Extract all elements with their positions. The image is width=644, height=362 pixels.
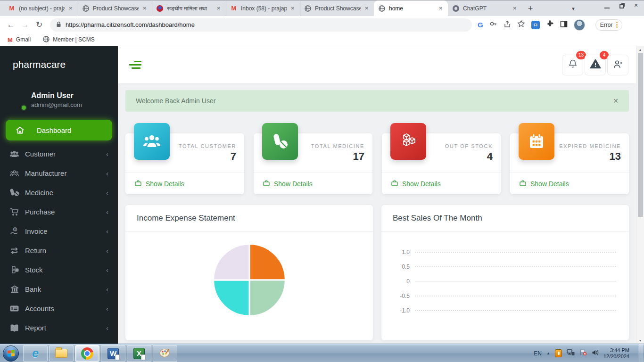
hamburger-menu-icon[interactable] [126,58,144,72]
sidebar-item-stock[interactable]: Stock ‹ [0,260,118,280]
stat-value: 4 [487,150,493,163]
tab-close-icon[interactable]: ✕ [142,6,148,11]
taskbar-file-explorer[interactable] [49,345,74,362]
extensions-puzzle-icon[interactable] [546,20,554,30]
show-details-label: Show Details [274,180,313,188]
taskbar-paint[interactable] [153,345,177,362]
main-area: 13 4 Welcome Back Admin User ✕ [118,46,636,344]
user-block: Admin User admin@gmail.com [31,91,118,108]
back-button[interactable]: ← [4,20,18,30]
window-controls: ✕ [603,3,639,8]
taskbar-internet-explorer[interactable]: e [23,345,48,362]
chevron-left-icon: ‹ [106,150,108,158]
calendar-icon [519,123,554,160]
tab-close-icon[interactable]: ✕ [364,6,370,11]
tab-gmail-inbox[interactable]: M Inbox (58) - prajap ✕ [226,0,300,16]
tab-gmail-nosubject[interactable]: M (no subject) - praja ✕ [4,0,78,16]
tab-home-active[interactable]: home ✕ [374,0,448,16]
stat-card-out-of-stock: OUT OF STOCK 4 Show Details [382,133,501,194]
tab-close-icon[interactable]: ✕ [290,6,296,11]
tab-product-showcase-1[interactable]: Product Showcase ✕ [78,0,152,16]
cubes-icon [390,123,426,160]
forward-button[interactable]: → [18,20,32,30]
sidebar-item-label: Report [25,324,46,332]
window-close-button[interactable]: ✕ [633,3,639,8]
window-minimize-button[interactable] [603,3,610,8]
bookmark-gmail[interactable]: M Gmail [8,36,31,43]
show-details-link[interactable]: Show Details [510,173,629,194]
tray-speaker-icon[interactable] [592,349,599,358]
window-restore-button[interactable] [618,3,625,8]
dashboard-content: Welcome Back Admin User ✕ TOTAL CUSTOMER… [118,83,636,340]
axis-row: -1.0 [394,303,617,318]
new-tab-button[interactable]: + [524,2,537,15]
chevron-left-icon: ‹ [106,247,108,255]
show-details-link[interactable]: Show Details [254,173,372,194]
taskbar-clock[interactable]: 3:44 PM 12/20/2024 [603,347,633,360]
google-icon[interactable]: G [478,21,483,29]
sidebar-item-customer[interactable]: Customer ‹ [0,144,118,164]
notifications-button[interactable]: 13 [562,55,583,75]
tray-action-flag-icon[interactable] [579,349,587,358]
stat-card-total-customer: TOTAL CUSTOMER 7 Show Details [125,133,244,194]
warnings-button[interactable]: 4 [585,55,606,75]
bookmark-star-icon[interactable] [517,20,525,30]
sidebar-item-report[interactable]: Report ‹ [0,318,118,337]
sidebar-item-human-resource[interactable]: Human Resource ‹ [0,337,118,344]
side-panel-icon[interactable] [560,20,568,30]
profile-avatar[interactable] [574,19,585,31]
browser-menu-error-button[interactable]: Error [595,19,623,31]
tab-product-showcase-2[interactable]: Product Showcase ✕ [300,0,374,16]
password-key-icon[interactable] [489,20,497,30]
scrollbar-thumb[interactable] [638,53,643,217]
home-icon [14,126,26,135]
tray-security-icon[interactable] [555,349,562,357]
show-details-link[interactable]: Show Details [382,173,501,194]
scroll-up-arrow[interactable]: ▲ [639,46,642,53]
sidebar-item-medicine[interactable]: Medicine ‹ [0,183,118,202]
user-name: Admin User [31,91,118,100]
show-details-link[interactable]: Show Details [125,173,244,194]
show-desktop-button[interactable] [638,344,643,362]
gridline [415,296,616,296]
page-scrollbar[interactable]: ▲ ▼ [636,46,644,344]
tab-close-icon[interactable]: ✕ [438,6,444,11]
language-indicator[interactable]: EN [534,350,542,357]
stat-cards-row: TOTAL CUSTOMER 7 Show Details [125,133,629,194]
sidebar-item-accounts[interactable]: $ Accounts ‹ [0,299,118,318]
clock-date: 12/20/2024 [603,354,629,360]
sidebar-item-purchase[interactable]: Purchase ‹ [0,202,118,222]
reload-button[interactable]: ↻ [32,20,46,30]
bookmark-label: Member | SCMS [53,36,94,43]
add-user-button[interactable] [607,55,628,75]
scroll-down-arrow[interactable]: ▼ [639,337,642,344]
tray-network-icon[interactable] [567,349,575,358]
alert-close-icon[interactable]: ✕ [613,97,619,105]
sidebar-item-bank[interactable]: Bank ‹ [0,280,118,299]
address-bar[interactable]: https://pharma.citizensoft.com/dashboard… [50,18,472,32]
tab-search-chevron-icon[interactable]: ▾ [567,2,579,15]
sidebar-item-return[interactable]: Return ‹ [0,241,118,260]
income-expense-chart-card: Income Expense Statement [125,205,373,340]
tab-close-icon[interactable]: ✕ [216,6,222,11]
taskbar-excel[interactable]: X [127,345,151,362]
fi-extension-icon[interactable]: FI [531,21,540,29]
axis-row: 0.5 [394,259,617,274]
sidebar-item-dashboard[interactable]: Dashboard [6,120,112,140]
app-header: 13 4 [118,46,636,83]
taskbar-chrome-active[interactable] [75,345,99,362]
start-button[interactable] [3,346,19,362]
tab-nepal-gov[interactable]: सङ्घीय मामिला तथा ✕ [152,0,226,16]
gridline [415,252,616,253]
taskbar-word[interactable]: W [101,345,125,362]
bookmark-member-scms[interactable]: Member | SCMS [43,36,94,44]
tab-chatgpt[interactable]: ChatGPT ✕ [448,0,522,16]
share-icon[interactable] [504,20,511,30]
tab-close-icon[interactable]: ✕ [68,6,74,11]
return-arrows-icon [8,247,21,255]
sidebar: pharmacare Admin User admin@gmail.com Da… [0,46,118,344]
sidebar-item-manufacturer[interactable]: Manufacturer ‹ [0,164,118,183]
tab-close-icon[interactable]: ✕ [512,6,518,11]
sidebar-item-invoice[interactable]: $ Invoice ‹ [0,222,118,241]
tray-expand-arrow[interactable]: ▲ [546,351,550,355]
